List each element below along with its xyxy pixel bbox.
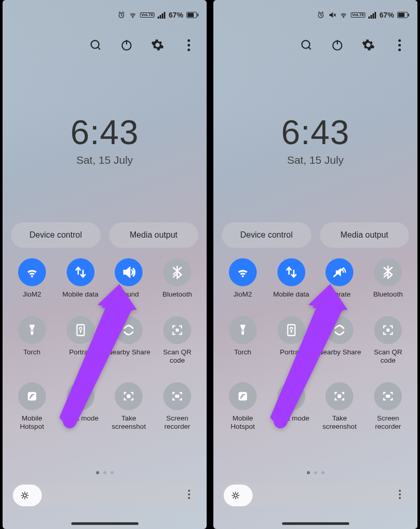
qs-tile-sound[interactable]: Sound	[107, 258, 151, 299]
volte-badge: VoLTE	[140, 12, 154, 18]
wifi-icon	[18, 258, 46, 286]
battery-text: 67%	[168, 11, 183, 19]
qs-tile-label: Mobile Hotspot	[221, 414, 265, 431]
srec-icon	[163, 382, 191, 410]
gesture-bar	[282, 522, 349, 525]
qs-tile-label: Nearby Share	[107, 348, 150, 356]
brightness-slider[interactable]	[222, 483, 409, 506]
more-button[interactable]	[180, 36, 197, 54]
qs-tile-sshot[interactable]: Take screenshot	[107, 382, 151, 431]
wifi-status-icon	[129, 11, 137, 19]
qs-tile-label: Portrait	[69, 348, 92, 356]
qs-tile-hotspot[interactable]: Mobile Hotspot	[221, 382, 265, 431]
torch-icon	[18, 316, 46, 344]
battery-icon	[397, 12, 409, 18]
brightness-more-button[interactable]	[188, 490, 193, 499]
hotspot-icon	[18, 382, 46, 410]
qs-tile-portrait[interactable]: Portrait	[269, 316, 314, 365]
nearby-icon	[325, 316, 353, 344]
hotspot-icon	[229, 382, 257, 410]
brightness-more-button[interactable]	[399, 490, 404, 499]
clock-time: 6:43	[213, 113, 417, 152]
mute-icon	[328, 11, 336, 19]
gesture-bar	[71, 522, 138, 525]
qs-tile-sshot[interactable]: Take screenshot	[318, 382, 362, 431]
clock-block: 6:43 Sat, 15 July	[3, 113, 207, 166]
clock-block: 6:43 Sat, 15 July	[213, 113, 417, 166]
search-button[interactable]	[87, 36, 104, 54]
qs-tile-flight[interactable]: Flight mode	[269, 382, 314, 431]
qs-tile-bt[interactable]: Bluetooth	[155, 258, 199, 299]
page-indicator	[213, 471, 417, 474]
qs-tile-label: Mobile data	[273, 290, 309, 299]
qs-tile-label: JioM2	[234, 290, 252, 299]
qs-tile-wifi[interactable]: JioM2	[10, 258, 54, 299]
clock-date: Sat, 15 July	[3, 154, 207, 166]
flight-icon	[277, 382, 305, 410]
sshot-icon	[325, 382, 353, 410]
qs-tile-label: Bluetooth	[163, 290, 192, 299]
qs-tile-data[interactable]: Mobile data	[58, 258, 103, 299]
svg-point-15	[302, 40, 309, 48]
svg-point-10	[91, 40, 99, 48]
brightness-thumb[interactable]	[14, 485, 36, 506]
signal-icon	[368, 12, 376, 19]
qs-tile-nearby[interactable]: Nearby Share	[318, 316, 362, 365]
qs-tile-label: Torch	[234, 348, 251, 356]
sound-icon	[115, 258, 143, 286]
data-icon	[67, 258, 95, 286]
qs-tile-hotspot[interactable]: Mobile Hotspot	[10, 382, 54, 431]
qs-tile-label: Flight mode	[62, 414, 99, 423]
qs-tile-label: Screen recorder	[155, 414, 199, 431]
qr-icon	[163, 316, 191, 344]
lock-icon	[277, 316, 305, 344]
qs-tile-qr[interactable]: Scan QR code	[366, 316, 410, 365]
qs-tile-label: Take screenshot	[318, 414, 362, 431]
more-button[interactable]	[391, 36, 408, 54]
qs-tile-portrait[interactable]: Portrait	[58, 316, 103, 365]
qs-tile-label: Mobile Hotspot	[10, 414, 54, 431]
media-output-button[interactable]: Media output	[320, 222, 410, 248]
clock-date: Sat, 15 July	[213, 154, 417, 166]
alarm-icon	[317, 11, 325, 19]
qs-tile-qr[interactable]: Scan QR code	[155, 316, 199, 365]
phone-panel-left: VoLTE 67% 6:43 Sat, 15 July Device contr…	[3, 0, 207, 529]
qs-tile-label: Mobile data	[63, 290, 99, 299]
srec-icon	[374, 382, 402, 410]
qs-tile-data[interactable]: Mobile data	[269, 258, 314, 299]
lock-icon	[67, 316, 95, 344]
clock-time: 6:43	[3, 113, 207, 152]
qs-tile-label: Vibrate	[329, 290, 351, 299]
search-button[interactable]	[298, 36, 315, 54]
qs-action-row	[298, 36, 408, 54]
qs-tile-flight[interactable]: Flight mode	[58, 382, 103, 431]
flight-icon	[67, 382, 95, 410]
nearby-icon	[115, 316, 143, 344]
brightness-thumb[interactable]	[225, 485, 246, 506]
wifi-icon	[229, 258, 257, 286]
alarm-icon	[117, 11, 126, 19]
torch-icon	[229, 316, 257, 344]
brightness-slider[interactable]	[11, 483, 198, 506]
qs-tile-label: Screen recorder	[366, 414, 410, 431]
qs-tile-nearby[interactable]: Nearby Share	[107, 316, 151, 365]
qs-tile-torch[interactable]: Torch	[221, 316, 265, 365]
qs-tile-srec[interactable]: Screen recorder	[366, 382, 410, 431]
signal-icon	[158, 12, 165, 19]
qs-tile-label: JioM2	[23, 290, 41, 299]
qs-tile-torch[interactable]: Torch	[10, 316, 54, 365]
bluetooth-icon	[374, 258, 402, 286]
device-control-button[interactable]: Device control	[222, 222, 312, 248]
qs-tile-srec[interactable]: Screen recorder	[155, 382, 199, 431]
settings-button[interactable]	[149, 36, 166, 54]
device-control-button[interactable]: Device control	[11, 222, 101, 248]
media-output-button[interactable]: Media output	[109, 222, 199, 248]
power-button[interactable]	[329, 36, 346, 54]
power-button[interactable]	[118, 36, 135, 54]
wifi-status-icon	[339, 11, 348, 19]
qr-icon	[374, 316, 402, 344]
settings-button[interactable]	[360, 36, 377, 54]
qs-tile-vibrate[interactable]: Vibrate	[318, 258, 362, 299]
qs-tile-bt[interactable]: Bluetooth	[366, 258, 410, 299]
qs-tile-wifi[interactable]: JioM2	[221, 258, 265, 299]
